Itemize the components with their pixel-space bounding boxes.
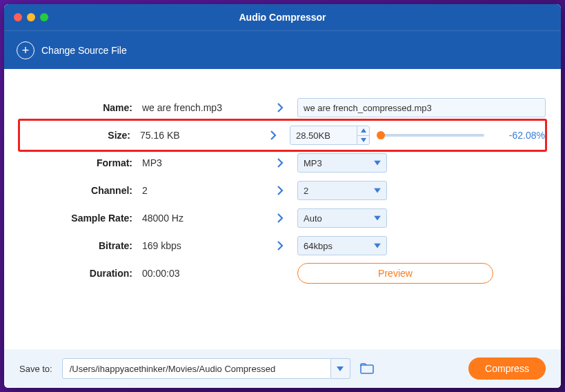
row-channel: Channel: 2 2 [18,177,547,204]
chevron-right-icon [263,158,297,168]
channel-original: 2 [142,185,263,196]
stepper-up-icon[interactable] [357,126,369,136]
label-duration: Duration: [18,268,142,279]
preview-button[interactable]: Preview [297,263,493,284]
open-folder-button[interactable] [359,360,375,377]
format-original: MP3 [142,157,263,168]
output-filename-input[interactable] [297,98,546,117]
row-duration: Duration: 00:00:03 Preview [18,259,547,287]
chevron-down-icon [374,188,381,193]
label-name: Name: [18,102,142,113]
save-to-label: Save to: [19,364,52,374]
sample-rate-select[interactable]: Auto [297,208,387,228]
chevron-right-icon [257,130,290,140]
save-path-wrap [62,358,350,379]
minimize-icon[interactable] [27,13,35,21]
row-name: Name: we are french.mp3 [18,94,547,121]
change-source-button[interactable]: + Change Source File [17,41,127,59]
channel-select[interactable]: 2 [297,181,387,200]
close-icon[interactable] [14,13,22,21]
plus-circle-icon: + [17,41,34,59]
size-slider-wrap: -62.08% [381,130,545,141]
label-format: Format: [18,157,142,168]
sample-rate-original: 48000 Hz [142,213,263,224]
row-format: Format: MP3 MP3 [18,149,547,177]
bitrate-select[interactable]: 64kbps [297,236,387,255]
label-channel: Channel: [18,185,142,196]
stepper-down-icon[interactable] [357,136,369,145]
svg-rect-0 [361,365,373,373]
duration-value: 00:00:03 [142,268,263,279]
label-bitrate: Bitrate: [18,240,142,251]
compress-button[interactable]: Compress [468,357,546,380]
chevron-right-icon [263,213,297,223]
row-sample-rate: Sample Rate: 48000 Hz Auto [18,204,547,232]
format-value: MP3 [304,158,322,168]
channel-value: 2 [304,186,308,196]
chevron-down-icon [374,216,381,221]
format-select[interactable]: MP3 [297,153,387,173]
maximize-icon[interactable] [40,13,48,21]
size-slider[interactable] [381,134,484,137]
row-size: Size: 75.16 KB 28.50KB -62.08% [18,119,547,152]
size-stepper[interactable]: 28.50KB [290,126,370,145]
label-sample-rate: Sample Rate: [18,213,142,224]
window-controls [14,13,48,21]
titlebar: Audio Compressor [4,4,561,30]
slider-thumb[interactable] [377,131,385,139]
footer: Save to: Compress [4,349,561,388]
chevron-down-icon [374,244,381,248]
app-window: Audio Compressor + Change Source File Na… [4,4,561,388]
bitrate-original: 169 kbps [142,240,263,251]
row-bitrate: Bitrate: 169 kbps 64kbps [18,232,547,259]
chevron-down-icon [374,161,381,166]
size-percent: -62.08% [497,130,545,141]
change-source-label: Change Source File [41,45,127,56]
save-path-input[interactable] [62,358,331,379]
chevron-right-icon [263,241,297,251]
window-title: Audio Compressor [4,12,561,23]
content-area: Name: we are french.mp3 Size: 75.16 KB 2… [4,69,561,349]
chevron-right-icon [263,103,297,112]
toolbar: + Change Source File [4,30,561,69]
size-output: 28.50KB [296,130,330,141]
bitrate-value: 64kbps [304,241,333,251]
size-original: 75.16 KB [140,130,257,141]
sample-rate-value: Auto [304,213,322,224]
chevron-right-icon [263,186,297,195]
save-path-dropdown[interactable] [331,358,350,379]
name-original: we are french.mp3 [142,102,263,113]
label-size: Size: [20,130,140,141]
